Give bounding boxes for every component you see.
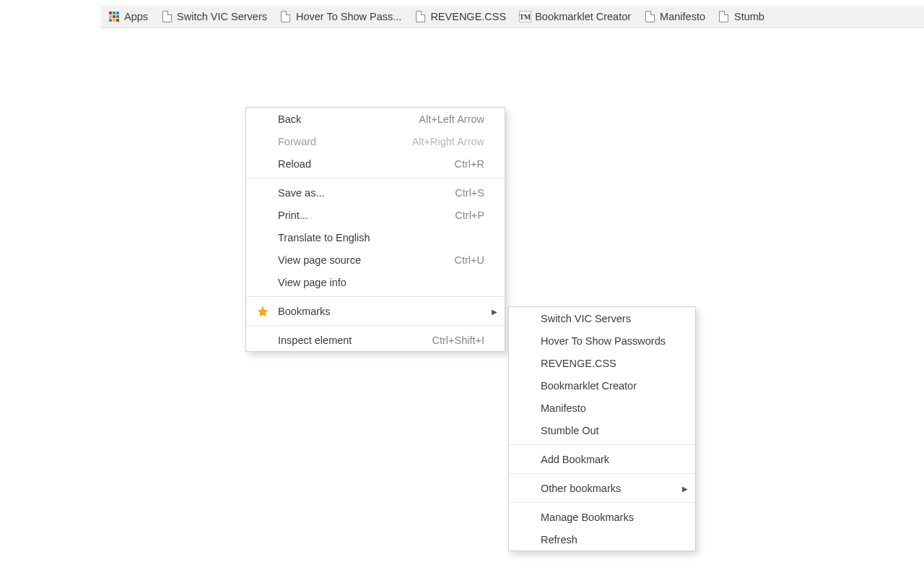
menu-item-shortcut: Alt+Right Arrow	[412, 136, 484, 147]
menu-separator	[509, 444, 695, 445]
submenu-item-label: Switch VIC Servers	[541, 313, 631, 324]
bookmarks-bar-item[interactable]: Hover To Show Pass...	[280, 11, 401, 22]
page-icon	[718, 11, 730, 22]
bookmarks-bar-label: Bookmarklet Creator	[535, 11, 631, 22]
menu-item-save-as[interactable]: Save as... Ctrl+S	[246, 181, 505, 204]
menu-separator	[246, 178, 505, 178]
menu-separator	[246, 325, 505, 326]
menu-item-shortcut: Ctrl+U	[455, 254, 485, 266]
page-icon	[644, 11, 655, 22]
menu-item-shortcut: Ctrl+R	[455, 158, 485, 170]
chevron-right-icon: ▶	[682, 484, 688, 492]
submenu-item-label: Stumble Out	[541, 425, 599, 436]
menu-item-label: Print...	[278, 210, 308, 221]
menu-item-inspect-element[interactable]: Inspect element Ctrl+Shift+I	[246, 329, 505, 351]
bookmarks-bar-item[interactable]: REVENGE.CSS	[414, 11, 506, 22]
bookmarks-bar-item[interactable]: TM Bookmarklet Creator	[519, 11, 631, 22]
tm-icon: TM	[519, 11, 531, 22]
menu-item-label: Back	[278, 113, 301, 125]
bookmarks-bar-item[interactable]: Switch VIC Servers	[161, 11, 267, 22]
submenu-item-label: Add Bookmark	[541, 454, 609, 465]
bookmarks-bar-label: REVENGE.CSS	[430, 11, 506, 22]
submenu-item-other-bookmarks[interactable]: Other bookmarks ▶	[509, 477, 695, 499]
bookmarks-bar-item[interactable]: Stumb	[718, 11, 764, 22]
menu-separator	[246, 296, 505, 297]
submenu-item[interactable]: Switch VIC Servers	[509, 307, 695, 329]
submenu-item-label: REVENGE.CSS	[541, 358, 616, 369]
menu-item-translate[interactable]: Translate to English	[246, 226, 505, 249]
star-icon	[256, 305, 269, 318]
submenu-item-manage-bookmarks[interactable]: Manage Bookmarks	[509, 506, 695, 528]
menu-item-page-info[interactable]: View page info	[246, 271, 505, 293]
menu-item-label: View page info	[278, 277, 346, 288]
menu-separator	[509, 502, 695, 503]
submenu-item-label: Hover To Show Passwords	[541, 335, 666, 347]
bookmarks-submenu: Switch VIC Servers Hover To Show Passwor…	[508, 306, 696, 551]
bookmarks-bar-label: Switch VIC Servers	[177, 11, 267, 22]
bookmarks-bar-label: Manifesto	[660, 11, 705, 22]
page-icon	[161, 11, 173, 22]
menu-item-shortcut: Ctrl+S	[455, 187, 484, 199]
menu-item-print[interactable]: Print... Ctrl+P	[246, 204, 505, 226]
bookmarks-bar-label: Apps	[124, 11, 148, 22]
menu-item-view-source[interactable]: View page source Ctrl+U	[246, 249, 505, 271]
bookmarks-bar-item[interactable]: Apps	[108, 11, 148, 22]
menu-separator	[509, 473, 695, 474]
submenu-item-label: Refresh	[541, 534, 578, 545]
menu-item-shortcut: Ctrl+Shift+I	[432, 335, 484, 346]
menu-item-label: Inspect element	[278, 335, 352, 346]
submenu-item[interactable]: Manifesto	[509, 397, 695, 419]
submenu-item[interactable]: REVENGE.CSS	[509, 352, 695, 374]
bookmarks-bar: Apps Switch VIC Servers Hover To Show Pa…	[101, 6, 924, 28]
apps-icon	[108, 11, 120, 22]
submenu-item-label: Manifesto	[541, 402, 586, 414]
bookmarks-bar-item[interactable]: Manifesto	[644, 11, 705, 22]
submenu-item[interactable]: Hover To Show Passwords	[509, 329, 695, 352]
menu-item-back[interactable]: Back Alt+Left Arrow	[246, 108, 505, 130]
menu-item-shortcut: Ctrl+P	[455, 210, 484, 221]
submenu-item[interactable]: Stumble Out	[509, 419, 695, 441]
menu-item-label: Save as...	[278, 187, 324, 199]
chevron-right-icon: ▶	[492, 307, 497, 315]
submenu-item-label: Bookmarklet Creator	[541, 380, 637, 392]
submenu-item-label: Other bookmarks	[541, 483, 621, 494]
bookmarks-bar-label: Stumb	[734, 11, 764, 22]
menu-item-bookmarks[interactable]: Bookmarks ▶	[246, 300, 505, 322]
menu-item-label: Reload	[278, 158, 311, 170]
menu-item-forward: Forward Alt+Right Arrow	[246, 130, 505, 152]
submenu-item[interactable]: Bookmarklet Creator	[509, 374, 695, 397]
context-menu: Back Alt+Left Arrow Forward Alt+Right Ar…	[245, 107, 505, 352]
menu-item-shortcut: Alt+Left Arrow	[419, 113, 484, 125]
page-icon	[414, 11, 426, 22]
menu-item-label: View page source	[278, 254, 361, 266]
menu-item-label: Translate to English	[278, 232, 370, 243]
submenu-item-refresh[interactable]: Refresh	[509, 528, 695, 551]
menu-item-reload[interactable]: Reload Ctrl+R	[246, 152, 505, 175]
menu-item-label: Forward	[278, 136, 316, 147]
submenu-item-label: Manage Bookmarks	[541, 512, 634, 523]
menu-item-label: Bookmarks	[278, 306, 331, 317]
page-icon	[280, 11, 292, 22]
submenu-item-add-bookmark[interactable]: Add Bookmark	[509, 448, 695, 470]
bookmarks-bar-label: Hover To Show Pass...	[296, 11, 401, 22]
